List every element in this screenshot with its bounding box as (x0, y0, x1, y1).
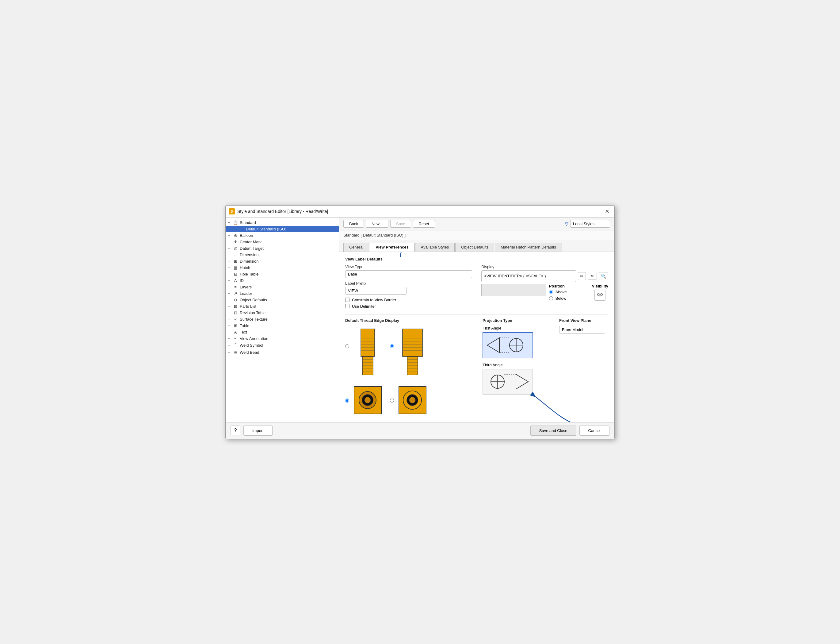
fx-button[interactable]: fx (588, 273, 597, 279)
tree-item-weld-bead[interactable]: + ≋ Weld Bead (226, 349, 339, 356)
expand-dt: + (227, 247, 231, 250)
thread-svg-4 (396, 384, 429, 416)
view-annotation-icon: ⋯ (233, 336, 238, 341)
view-type-select[interactable]: Base Section Detail Auxiliary (345, 270, 472, 278)
back-button[interactable]: Back (343, 220, 364, 228)
bottom-left: ? Import (231, 426, 273, 436)
lower-section: Default Thread Edge Display (345, 318, 608, 417)
tree-item-hatch[interactable]: + ▦ Hatch (226, 264, 339, 271)
thread-option-2 (390, 326, 431, 380)
constrain-checkbox[interactable] (345, 297, 349, 302)
layers-icon: ≡ (233, 285, 238, 289)
import-button[interactable]: Import (243, 426, 273, 436)
tree-item-balloon[interactable]: + ⊙ Balloon (226, 232, 339, 239)
tree-label-fcf: Dimension (240, 259, 259, 264)
default-standard-icon: ▬ (239, 227, 244, 231)
tabs: General View Preferences Available Style… (339, 240, 614, 252)
thread-radio-4[interactable] (390, 399, 394, 402)
above-radio[interactable] (549, 290, 553, 294)
pencil-button[interactable]: ✏ (578, 272, 586, 280)
bottom-right: Save and Close Cancel (531, 426, 609, 436)
tab-object-defaults[interactable]: Object Defaults (455, 243, 494, 251)
tree-item-weld-symbol[interactable]: + ⌒ Weld Symbol (226, 342, 339, 349)
third-angle-box[interactable] (483, 369, 532, 394)
tab-view-preferences[interactable]: View Preferences (370, 243, 414, 251)
eye-icon (597, 291, 603, 297)
tree-item-default-standard[interactable]: ▬ Default Standard (ISO) (226, 226, 339, 232)
below-label: Below (555, 296, 566, 301)
tab-available-styles[interactable]: Available Styles (415, 243, 455, 251)
front-view-section: Front View Plane From Model Top Front Ri… (559, 318, 608, 417)
expand-leader: + (227, 292, 231, 295)
expand-fcf: + (227, 260, 231, 263)
tree-item-dimension[interactable]: + ↔ Dimension (226, 251, 339, 258)
tree-item-parts-list[interactable]: + ⊟ Parts List (226, 303, 339, 310)
view-label-left: View Type Base Section Detail Auxiliary … (345, 264, 472, 310)
delimiter-checkbox[interactable] (345, 304, 349, 308)
first-angle-box[interactable] (483, 332, 533, 358)
filter-select[interactable]: Local Styles (570, 220, 610, 228)
projection-title: Projection Type (483, 318, 550, 323)
object-defaults-icon: ⊙ (233, 297, 238, 302)
tree-item-object-defaults[interactable]: + ⊙ Object Defaults (226, 297, 339, 303)
tree-item-revision-table[interactable]: + ⊟ Revision Table (226, 310, 339, 316)
visibility-group: Visibility (592, 284, 608, 301)
tree-label-standard: Standard (240, 220, 256, 225)
magnify-button[interactable]: 🔍 (599, 272, 608, 280)
thread-radio-3[interactable] (345, 399, 349, 402)
tree-item-datum-target[interactable]: + ◎ Datum Target (226, 245, 339, 251)
tree-label-default-standard: Default Standard (ISO) (246, 227, 287, 231)
position-title: Position (549, 284, 589, 288)
new-button[interactable]: New... (366, 220, 388, 228)
save-button[interactable]: Save (390, 220, 411, 228)
position-radio-group: Above Below (549, 290, 589, 301)
tree-item-center-mark[interactable]: + ✛ Center Mark (226, 239, 339, 245)
toolbar: Back New... Save Reset ▽ Local Styles (339, 217, 614, 230)
tree-item-text[interactable]: + A Text (226, 329, 339, 335)
thread-label-4 (396, 384, 429, 417)
tree-label-view-annotation: View Annotation (240, 336, 268, 341)
id-icon: A (233, 278, 238, 283)
close-button[interactable]: ✕ (603, 207, 611, 215)
display-row: ✏ fx 🔍 (481, 270, 608, 282)
expand-pl: + (227, 305, 231, 308)
tree-item-layers[interactable]: + ≡ Layers (226, 284, 339, 290)
svg-point-2 (599, 294, 601, 296)
label-prefix-input[interactable] (345, 287, 406, 294)
expand-id: + (227, 279, 231, 282)
tree-item-fcf[interactable]: + ⊞ Dimension (226, 258, 339, 264)
thread-section: Default Thread Edge Display (345, 318, 473, 417)
cancel-button[interactable]: Cancel (580, 426, 609, 436)
titlebar: S Style and Standard Editor [Library - R… (226, 205, 614, 217)
display-input[interactable] (481, 270, 576, 282)
save-close-button[interactable]: Save and Close (531, 426, 576, 436)
tree-item-view-annotation[interactable]: + ⋯ View Annotation (226, 335, 339, 342)
front-view-select[interactable]: From Model Top Front Right Left Bottom B… (559, 326, 605, 334)
tree-label-table: Table (240, 324, 249, 328)
help-button[interactable]: ? (231, 426, 240, 435)
thread-grid (345, 326, 431, 417)
visibility-button[interactable] (594, 290, 606, 301)
svg-marker-41 (487, 338, 499, 353)
tab-general[interactable]: General (343, 243, 369, 251)
tree-item-standard[interactable]: ▼ 📋 Standard (226, 219, 339, 226)
weld-bead-icon: ≋ (233, 350, 238, 355)
thread-radio-1[interactable] (345, 344, 349, 348)
titlebar-left: S Style and Standard Editor [Library - R… (229, 208, 328, 214)
svg-point-1 (598, 293, 603, 296)
thread-svg-2 (396, 326, 429, 380)
tree-item-id[interactable]: + A ID (226, 278, 339, 284)
thread-radio-2[interactable] (390, 344, 394, 348)
expand-od: + (227, 298, 231, 302)
tree-item-table[interactable]: + ⊞ Table (226, 322, 339, 329)
below-radio[interactable] (549, 296, 553, 301)
tree-label-leader: Leader (240, 291, 252, 296)
tree-item-leader[interactable]: + ↗ Leader (226, 290, 339, 297)
tree-label-weld-symbol: Weld Symbol (240, 343, 263, 348)
reset-button[interactable]: Reset (413, 220, 435, 228)
tab-material-hatch[interactable]: Material Hatch Pattern Defaults (495, 243, 562, 251)
tree-label-layers: Layers (240, 285, 252, 289)
tree-label-hole-table: Hole Table (240, 272, 259, 276)
tree-item-hole-table[interactable]: + ⊟ Hole Table (226, 271, 339, 278)
tree-item-surface-texture[interactable]: + ✓ Surface Texture (226, 316, 339, 322)
